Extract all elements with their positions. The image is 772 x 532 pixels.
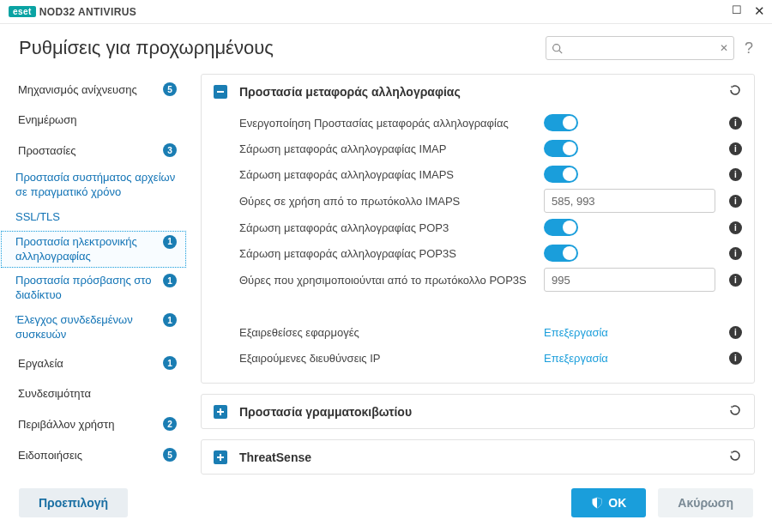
reset-icon[interactable]: [728, 449, 742, 462]
setting-row: Εξαιρεθείσες εφαρμογέςΕπεξεργασίαi: [239, 319, 742, 345]
settings-panel: Προστασία μεταφοράς αλληλογραφίαςΕνεργοπ…: [201, 74, 755, 384]
reset-icon[interactable]: [728, 83, 742, 97]
edit-link[interactable]: Επεξεργασία: [544, 352, 608, 365]
header: Ρυθμίσεις για προχωρημένους ✕ ?: [0, 24, 772, 70]
sidebar-item[interactable]: Ενημέρωση: [0, 105, 187, 135]
reset-icon[interactable]: [728, 403, 742, 417]
ok-button[interactable]: OK: [571, 488, 646, 517]
toggle-switch[interactable]: [544, 166, 578, 183]
panel-body: Ενεργοποίηση Προστασίας μεταφοράς αλληλο…: [202, 108, 754, 383]
sidebar-item-label: SSL/TLS: [15, 210, 177, 225]
setting-label: Εξαιρούμενες διευθύνσεις IP: [239, 352, 544, 365]
sidebar-item-label: Μηχανισμός ανίχνευσης: [18, 83, 160, 96]
info-icon[interactable]: i: [729, 352, 742, 365]
sidebar: Μηχανισμός ανίχνευσης5ΕνημέρωσηΠροστασίε…: [0, 70, 187, 479]
footer: Προεπιλογή OK Ακύρωση: [0, 479, 772, 527]
badge: 5: [163, 82, 177, 96]
info-icon[interactable]: i: [729, 195, 742, 208]
panel-title: Προστασία μεταφοράς αλληλογραφίας: [239, 85, 728, 99]
expand-icon[interactable]: [214, 450, 227, 464]
collapse-icon[interactable]: [214, 85, 227, 99]
badge: 2: [163, 417, 177, 431]
sidebar-item[interactable]: Ειδοποιήσεις5: [0, 439, 187, 470]
sidebar-subitem[interactable]: Έλεγχος συνδεδεμένων συσκευών1: [0, 308, 187, 348]
setting-row: Εξαιρούμενες διευθύνσεις IPΕπεξεργασίαi: [239, 345, 742, 371]
toggle-switch[interactable]: [544, 245, 578, 262]
sidebar-subitem[interactable]: Προστασία ηλεκτρονικής αλληλογραφίας1: [0, 230, 187, 269]
search-input[interactable]: [568, 42, 715, 55]
brand-badge: eset: [9, 6, 36, 17]
setting-label: Σάρωση μεταφοράς αλληλογραφίας POP3: [239, 221, 544, 234]
settings-panel: Προστασία γραμματοκιβωτίου: [201, 394, 755, 429]
sidebar-subitem[interactable]: Προστασία συστήματος αρχείων σε πραγματι…: [0, 166, 187, 205]
info-icon[interactable]: i: [729, 274, 742, 287]
badge: 3: [163, 143, 177, 157]
search-box[interactable]: ✕: [546, 36, 734, 60]
info-icon[interactable]: i: [729, 168, 742, 181]
panel-title: ThreatSense: [239, 450, 728, 464]
help-button[interactable]: ?: [745, 39, 753, 57]
sidebar-item[interactable]: Περιβάλλον χρήστη2: [0, 408, 187, 439]
sidebar-item[interactable]: Προστασίες3: [0, 135, 187, 166]
setting-label: Σάρωση μεταφοράς αλληλογραφίας IMAP: [239, 142, 544, 155]
sidebar-item-label: Εργαλεία: [18, 357, 160, 370]
info-icon[interactable]: i: [729, 117, 742, 130]
setting-row: Σάρωση μεταφοράς αλληλογραφίας IMAPi: [239, 136, 742, 161]
window-maximize-icon[interactable]: ☐: [732, 3, 742, 19]
info-icon[interactable]: i: [729, 142, 742, 155]
sidebar-item[interactable]: Ρυθμίσεις απορρήτου: [0, 470, 187, 479]
svg-rect-4: [220, 408, 221, 415]
panel-header[interactable]: Προστασία μεταφοράς αλληλογραφίας: [202, 75, 754, 108]
sidebar-item-label: Ενημέρωση: [18, 113, 177, 126]
sidebar-subitem[interactable]: SSL/TLS: [0, 205, 187, 230]
badge: 1: [163, 356, 177, 370]
badge: 1: [163, 274, 177, 287]
badge: 1: [163, 313, 177, 327]
setting-label: Εξαιρεθείσες εφαρμογές: [239, 326, 544, 339]
main-panel: Προστασία μεταφοράς αλληλογραφίαςΕνεργοπ…: [187, 70, 772, 479]
sidebar-item[interactable]: Συνδεσιμότητα: [0, 378, 187, 408]
sidebar-item[interactable]: Μηχανισμός ανίχνευσης5: [0, 74, 187, 105]
panel-header[interactable]: ThreatSense: [202, 440, 754, 474]
search-icon: [552, 43, 563, 54]
info-icon[interactable]: i: [729, 221, 742, 234]
setting-row: Σάρωση μεταφοράς αλληλογραφίας POP3i: [239, 215, 742, 240]
shield-icon: [591, 497, 603, 509]
cancel-button[interactable]: Ακύρωση: [658, 488, 753, 517]
panel-title: Προστασία γραμματοκιβωτίου: [239, 405, 728, 419]
info-icon[interactable]: i: [729, 326, 742, 339]
panel-header[interactable]: Προστασία γραμματοκιβωτίου: [202, 395, 754, 428]
sidebar-item-label: Προστασίες: [18, 144, 160, 157]
default-button[interactable]: Προεπιλογή: [19, 488, 128, 517]
setting-row: Σάρωση μεταφοράς αλληλογραφίας IMAPSi: [239, 161, 742, 187]
sidebar-item-label: Προστασία συστήματος αρχείων σε πραγματι…: [15, 171, 177, 200]
expand-icon[interactable]: [214, 405, 227, 419]
toggle-switch[interactable]: [544, 140, 578, 157]
setting-label: Θύρες σε χρήση από το πρωτόκολλο IMAPS: [239, 195, 544, 208]
sidebar-item-label: Προστασία πρόσβασης στο διαδίκτυο: [15, 274, 154, 303]
badge: 5: [163, 448, 177, 462]
text-input[interactable]: [544, 268, 715, 292]
toggle-switch[interactable]: [544, 114, 578, 131]
edit-link[interactable]: Επεξεργασία: [544, 326, 608, 339]
sidebar-subitem[interactable]: Προστασία πρόσβασης στο διαδίκτυο1: [0, 269, 187, 308]
window-close-icon[interactable]: ✕: [754, 3, 765, 19]
sidebar-item[interactable]: Εργαλεία1: [0, 348, 187, 378]
info-icon[interactable]: i: [729, 247, 742, 260]
titlebar: eset NOD32 ANTIVIRUS ☐ ✕: [0, 0, 772, 24]
brand-product: NOD32 ANTIVIRUS: [39, 6, 137, 18]
svg-rect-2: [217, 91, 224, 93]
setting-label: Ενεργοποίηση Προστασίας μεταφοράς αλληλο…: [239, 117, 544, 130]
svg-line-1: [559, 50, 562, 52]
toggle-switch[interactable]: [544, 219, 578, 236]
ok-button-label: OK: [608, 496, 626, 510]
svg-rect-6: [220, 454, 221, 461]
brand: eset NOD32 ANTIVIRUS: [9, 6, 136, 18]
setting-row: Ενεργοποίηση Προστασίας μεταφοράς αλληλο…: [239, 110, 742, 136]
setting-row: Σάρωση μεταφοράς αλληλογραφίας POP3Si: [239, 240, 742, 266]
setting-label: Θύρες που χρησιμοποιούνται από το πρωτόκ…: [239, 274, 544, 287]
sidebar-item-label: Ειδοποιήσεις: [18, 449, 160, 462]
text-input[interactable]: [544, 189, 715, 213]
search-clear-icon[interactable]: ✕: [720, 42, 728, 54]
sidebar-item-label: Έλεγχος συνδεδεμένων συσκευών: [15, 313, 154, 342]
